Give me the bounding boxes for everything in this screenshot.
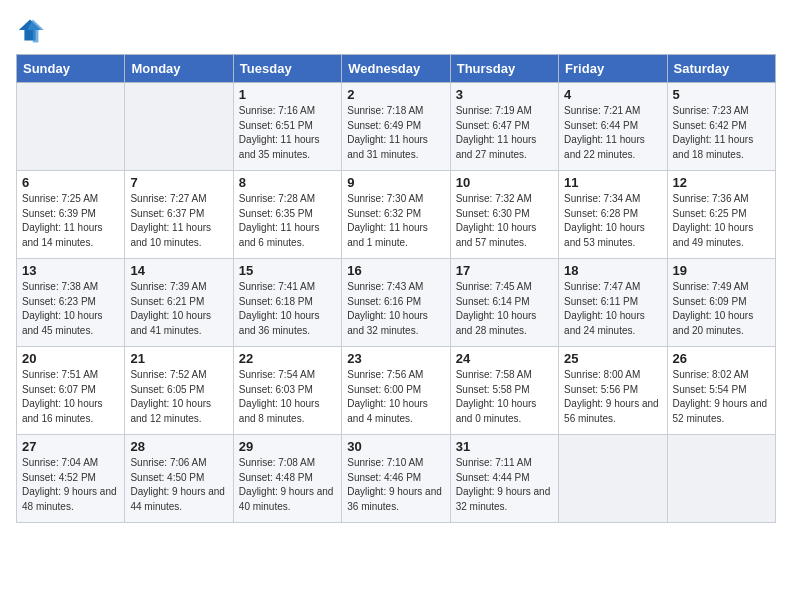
calendar-cell: 27Sunrise: 7:04 AMSunset: 4:52 PMDayligh… [17,435,125,523]
day-detail: Sunrise: 7:10 AMSunset: 4:46 PMDaylight:… [347,456,444,514]
day-number: 24 [456,351,553,366]
calendar-cell: 11Sunrise: 7:34 AMSunset: 6:28 PMDayligh… [559,171,667,259]
calendar-cell: 2Sunrise: 7:18 AMSunset: 6:49 PMDaylight… [342,83,450,171]
day-number: 29 [239,439,336,454]
day-detail: Sunrise: 7:18 AMSunset: 6:49 PMDaylight:… [347,104,444,162]
day-number: 10 [456,175,553,190]
calendar-cell: 16Sunrise: 7:43 AMSunset: 6:16 PMDayligh… [342,259,450,347]
calendar-cell: 13Sunrise: 7:38 AMSunset: 6:23 PMDayligh… [17,259,125,347]
day-detail: Sunrise: 7:27 AMSunset: 6:37 PMDaylight:… [130,192,227,250]
calendar-cell: 6Sunrise: 7:25 AMSunset: 6:39 PMDaylight… [17,171,125,259]
day-detail: Sunrise: 7:23 AMSunset: 6:42 PMDaylight:… [673,104,770,162]
calendar-cell: 22Sunrise: 7:54 AMSunset: 6:03 PMDayligh… [233,347,341,435]
day-detail: Sunrise: 7:32 AMSunset: 6:30 PMDaylight:… [456,192,553,250]
calendar-cell: 26Sunrise: 8:02 AMSunset: 5:54 PMDayligh… [667,347,775,435]
day-number: 31 [456,439,553,454]
day-detail: Sunrise: 7:30 AMSunset: 6:32 PMDaylight:… [347,192,444,250]
header-day-tuesday: Tuesday [233,55,341,83]
day-detail: Sunrise: 7:51 AMSunset: 6:07 PMDaylight:… [22,368,119,426]
day-detail: Sunrise: 7:49 AMSunset: 6:09 PMDaylight:… [673,280,770,338]
day-detail: Sunrise: 7:11 AMSunset: 4:44 PMDaylight:… [456,456,553,514]
calendar-cell: 23Sunrise: 7:56 AMSunset: 6:00 PMDayligh… [342,347,450,435]
day-number: 30 [347,439,444,454]
calendar-cell [559,435,667,523]
calendar-cell: 25Sunrise: 8:00 AMSunset: 5:56 PMDayligh… [559,347,667,435]
week-row-2: 6Sunrise: 7:25 AMSunset: 6:39 PMDaylight… [17,171,776,259]
day-number: 26 [673,351,770,366]
day-detail: Sunrise: 7:47 AMSunset: 6:11 PMDaylight:… [564,280,661,338]
calendar-cell: 1Sunrise: 7:16 AMSunset: 6:51 PMDaylight… [233,83,341,171]
calendar-cell: 15Sunrise: 7:41 AMSunset: 6:18 PMDayligh… [233,259,341,347]
calendar-cell: 5Sunrise: 7:23 AMSunset: 6:42 PMDaylight… [667,83,775,171]
week-row-4: 20Sunrise: 7:51 AMSunset: 6:07 PMDayligh… [17,347,776,435]
day-number: 11 [564,175,661,190]
day-detail: Sunrise: 7:25 AMSunset: 6:39 PMDaylight:… [22,192,119,250]
calendar-cell: 4Sunrise: 7:21 AMSunset: 6:44 PMDaylight… [559,83,667,171]
calendar-cell: 20Sunrise: 7:51 AMSunset: 6:07 PMDayligh… [17,347,125,435]
day-detail: Sunrise: 7:38 AMSunset: 6:23 PMDaylight:… [22,280,119,338]
calendar-cell: 14Sunrise: 7:39 AMSunset: 6:21 PMDayligh… [125,259,233,347]
day-number: 2 [347,87,444,102]
calendar-cell: 28Sunrise: 7:06 AMSunset: 4:50 PMDayligh… [125,435,233,523]
day-detail: Sunrise: 7:45 AMSunset: 6:14 PMDaylight:… [456,280,553,338]
day-number: 8 [239,175,336,190]
day-detail: Sunrise: 7:52 AMSunset: 6:05 PMDaylight:… [130,368,227,426]
header-day-sunday: Sunday [17,55,125,83]
calendar-cell: 9Sunrise: 7:30 AMSunset: 6:32 PMDaylight… [342,171,450,259]
header [16,16,776,44]
header-day-thursday: Thursday [450,55,558,83]
day-detail: Sunrise: 7:21 AMSunset: 6:44 PMDaylight:… [564,104,661,162]
day-number: 19 [673,263,770,278]
day-detail: Sunrise: 7:28 AMSunset: 6:35 PMDaylight:… [239,192,336,250]
day-detail: Sunrise: 7:58 AMSunset: 5:58 PMDaylight:… [456,368,553,426]
day-detail: Sunrise: 7:34 AMSunset: 6:28 PMDaylight:… [564,192,661,250]
day-number: 28 [130,439,227,454]
calendar-cell: 31Sunrise: 7:11 AMSunset: 4:44 PMDayligh… [450,435,558,523]
day-number: 22 [239,351,336,366]
day-number: 9 [347,175,444,190]
day-number: 21 [130,351,227,366]
logo [16,16,48,44]
day-number: 18 [564,263,661,278]
calendar-cell: 29Sunrise: 7:08 AMSunset: 4:48 PMDayligh… [233,435,341,523]
day-detail: Sunrise: 7:36 AMSunset: 6:25 PMDaylight:… [673,192,770,250]
day-detail: Sunrise: 7:19 AMSunset: 6:47 PMDaylight:… [456,104,553,162]
day-number: 1 [239,87,336,102]
header-day-saturday: Saturday [667,55,775,83]
week-row-5: 27Sunrise: 7:04 AMSunset: 4:52 PMDayligh… [17,435,776,523]
calendar-body: 1Sunrise: 7:16 AMSunset: 6:51 PMDaylight… [17,83,776,523]
day-detail: Sunrise: 7:56 AMSunset: 6:00 PMDaylight:… [347,368,444,426]
calendar-cell: 24Sunrise: 7:58 AMSunset: 5:58 PMDayligh… [450,347,558,435]
day-number: 7 [130,175,227,190]
calendar-header: SundayMondayTuesdayWednesdayThursdayFrid… [17,55,776,83]
header-day-monday: Monday [125,55,233,83]
calendar-table: SundayMondayTuesdayWednesdayThursdayFrid… [16,54,776,523]
calendar-cell: 8Sunrise: 7:28 AMSunset: 6:35 PMDaylight… [233,171,341,259]
day-number: 20 [22,351,119,366]
calendar-cell: 19Sunrise: 7:49 AMSunset: 6:09 PMDayligh… [667,259,775,347]
calendar-cell: 30Sunrise: 7:10 AMSunset: 4:46 PMDayligh… [342,435,450,523]
week-row-3: 13Sunrise: 7:38 AMSunset: 6:23 PMDayligh… [17,259,776,347]
day-number: 15 [239,263,336,278]
day-number: 17 [456,263,553,278]
header-day-wednesday: Wednesday [342,55,450,83]
day-number: 4 [564,87,661,102]
calendar-cell: 12Sunrise: 7:36 AMSunset: 6:25 PMDayligh… [667,171,775,259]
day-number: 23 [347,351,444,366]
calendar-cell: 17Sunrise: 7:45 AMSunset: 6:14 PMDayligh… [450,259,558,347]
day-detail: Sunrise: 7:43 AMSunset: 6:16 PMDaylight:… [347,280,444,338]
day-detail: Sunrise: 7:04 AMSunset: 4:52 PMDaylight:… [22,456,119,514]
week-row-1: 1Sunrise: 7:16 AMSunset: 6:51 PMDaylight… [17,83,776,171]
day-number: 25 [564,351,661,366]
day-detail: Sunrise: 8:02 AMSunset: 5:54 PMDaylight:… [673,368,770,426]
calendar-cell: 18Sunrise: 7:47 AMSunset: 6:11 PMDayligh… [559,259,667,347]
day-number: 14 [130,263,227,278]
day-detail: Sunrise: 7:54 AMSunset: 6:03 PMDaylight:… [239,368,336,426]
day-detail: Sunrise: 7:08 AMSunset: 4:48 PMDaylight:… [239,456,336,514]
day-detail: Sunrise: 7:41 AMSunset: 6:18 PMDaylight:… [239,280,336,338]
header-row: SundayMondayTuesdayWednesdayThursdayFrid… [17,55,776,83]
day-number: 6 [22,175,119,190]
day-detail: Sunrise: 7:39 AMSunset: 6:21 PMDaylight:… [130,280,227,338]
day-number: 5 [673,87,770,102]
calendar-cell [667,435,775,523]
